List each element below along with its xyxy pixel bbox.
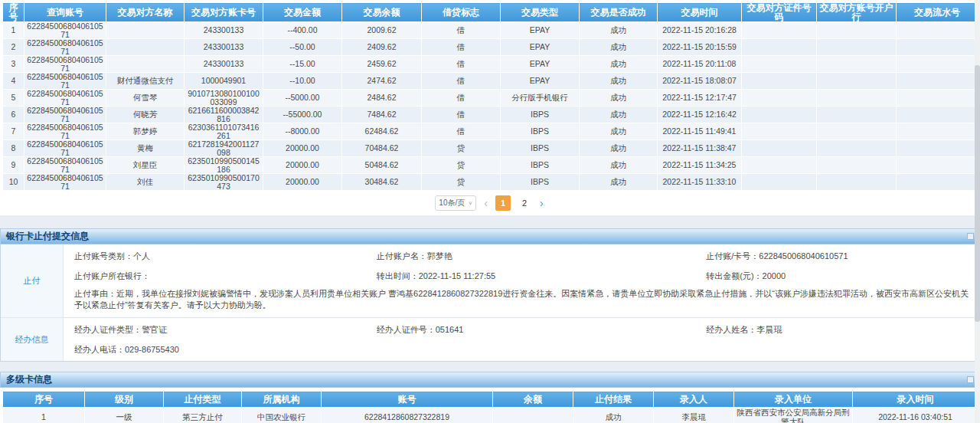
page-size-select[interactable]: 10条/页 ∨	[435, 195, 476, 211]
table-row: 4 6228450068040610571 财付通微信支付 1000049901…	[3, 73, 978, 90]
table-cell	[742, 123, 817, 140]
table-cell: 黄梅	[106, 140, 185, 157]
multi-card-section-title: 多级卡信息	[6, 373, 52, 386]
table-cell: 1	[3, 408, 85, 423]
table-cell: 借	[422, 107, 501, 123]
table-cell: 243300133	[185, 56, 263, 73]
table-cell: 刘星臣	[106, 157, 185, 174]
table-cell: 贷	[422, 157, 501, 174]
table-row: 7 6228450068040610571 郭梦婷 62303611010734…	[3, 123, 978, 140]
table-cell	[897, 140, 978, 157]
table-cell: EPAY	[501, 56, 580, 73]
table-cell: 成功	[580, 56, 658, 73]
table-cell	[817, 107, 897, 123]
table-cell: 借	[422, 73, 501, 90]
table-cell: 贷	[422, 140, 501, 157]
table-row: 3 6228450068040610571 243300133 --15.00 …	[3, 56, 978, 73]
table-cell: 借	[422, 56, 501, 73]
table-cell: 成功	[580, 140, 658, 157]
column-header-institution: 所属机构	[242, 392, 322, 408]
table-cell	[742, 39, 817, 56]
table-cell: 2022-11-15 12:16:42	[658, 107, 742, 123]
table-cell	[742, 56, 817, 73]
table-cell	[742, 174, 817, 191]
table-cell	[742, 140, 817, 157]
table-cell: 9	[3, 157, 24, 174]
operator-info-group: 经办信息 经办人证件类型：警官证 经办人证件号：051641 经办人姓名：李晨琨…	[1, 317, 979, 361]
table-cell: 70484.62	[342, 140, 422, 157]
page-button-2[interactable]: 2	[517, 195, 532, 211]
table-cell: IBPS	[501, 174, 580, 191]
table-cell: 243300133	[185, 22, 263, 39]
prev-page-button[interactable]: ‹	[482, 195, 489, 211]
table-cell: 2022-11-15 20:11:08	[658, 56, 742, 73]
vertical-scrollbar-thumb[interactable]	[975, 65, 980, 322]
table-cell: 5	[3, 90, 24, 107]
table-cell: 2022-11-15 11:34:25	[658, 157, 742, 174]
collapse-icon[interactable]	[967, 233, 974, 240]
table-cell	[106, 39, 185, 56]
collapse-icon[interactable]	[967, 376, 974, 383]
table-cell: --55000.00	[263, 107, 342, 123]
table-cell: 243300133	[185, 39, 263, 56]
table-cell: EPAY	[501, 22, 580, 39]
table-cell: 成功	[580, 39, 658, 56]
column-header-entry-time: 录入时间	[853, 392, 978, 408]
table-cell: 20000.00	[263, 140, 342, 157]
column-header-counterparty-name: 交易对方名称	[106, 3, 185, 22]
column-header-success: 交易是否成功	[580, 3, 658, 22]
table-cell	[817, 22, 897, 39]
table-cell: 何晓芳	[106, 107, 185, 123]
table-cell	[817, 157, 897, 174]
table-cell	[817, 73, 897, 90]
page-button-1[interactable]: 1	[495, 195, 511, 211]
table-cell	[817, 39, 897, 56]
stop-payment-section-header: 银行卡止付提交信息	[0, 228, 980, 244]
table-cell: IBPS	[501, 107, 580, 123]
table-cell	[742, 157, 817, 174]
table-cell: 借	[422, 90, 501, 107]
table-cell	[742, 90, 817, 107]
column-header-account: 账号	[322, 392, 493, 408]
column-header-balance: 余额	[493, 392, 573, 408]
table-cell	[897, 157, 978, 174]
table-cell	[493, 408, 573, 423]
table-cell	[106, 22, 185, 39]
table-cell	[742, 22, 817, 39]
table-cell: 7	[3, 123, 24, 140]
chevron-down-icon: ∨	[468, 200, 472, 205]
table-cell	[817, 56, 897, 73]
table-cell: 6228450068040610571	[24, 22, 106, 39]
field-operator-name: 经办人姓名：李晨琨	[695, 320, 979, 339]
table-cell: 借	[422, 22, 501, 39]
table-cell: 2474.62	[342, 73, 422, 90]
column-header-seq: 序号	[3, 3, 24, 22]
table-cell: 财付通微信支付	[106, 73, 185, 90]
table-cell	[817, 140, 897, 157]
table-row: 1 6228450068040610571 243300133 --400.00…	[3, 22, 978, 39]
column-header-seq: 序号	[3, 392, 85, 408]
table-cell: 6228412860827322819	[322, 408, 493, 423]
table-cell: 20000.00	[263, 174, 342, 191]
column-header-entry-unit: 录入单位	[734, 392, 853, 408]
table-cell: 2459.62	[342, 56, 422, 73]
table-cell: 6216611600003842816	[185, 107, 263, 123]
field-transfer-time: 转出时间：2022-11-15 11:27:55	[366, 266, 696, 286]
next-page-button[interactable]: ›	[538, 195, 545, 211]
table-cell: 成功	[580, 174, 658, 191]
column-header-amount: 交易金额	[263, 3, 342, 22]
field-account-category: 止付账号类别：个人	[64, 246, 366, 266]
table-cell: 成功	[580, 107, 658, 123]
table-cell: 6228450068040610571	[24, 39, 106, 56]
transactions-table: 序号 查询账号 交易对方名称 交易对方账卡号 交易金额 交易余额 借贷标志 交易…	[2, 2, 978, 191]
table-cell: 8	[3, 140, 24, 157]
table-row: 10 6228450068040610571 刘佳 62350109905001…	[3, 174, 978, 191]
table-cell	[897, 56, 978, 73]
table-cell	[106, 56, 185, 73]
multi-card-header-row: 序号 级别 止付类型 所属机构 账号 余额 止付结果 录入人 录入单位 录入时间	[3, 392, 978, 408]
table-cell: 成功	[573, 408, 654, 423]
transactions-body: 1 6228450068040610571 243300133 --400.00…	[3, 22, 978, 191]
table-cell: 郭梦婷	[106, 123, 185, 140]
table-cell: 6228450068040610571	[24, 90, 106, 107]
table-cell: 成功	[580, 123, 658, 140]
